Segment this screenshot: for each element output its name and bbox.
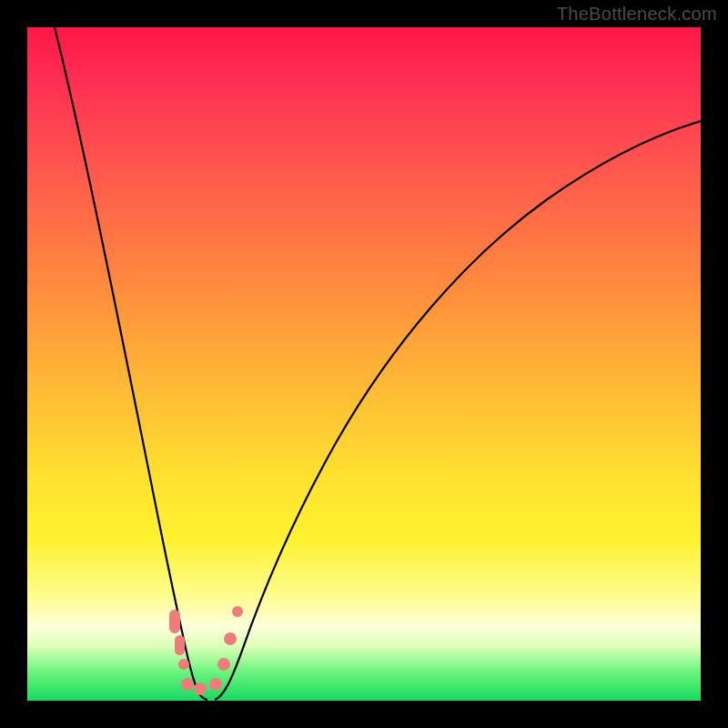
curve-right-branch xyxy=(215,121,701,700)
watermark-text: TheBottleneck.com xyxy=(557,4,717,25)
marker-dot-floor-c xyxy=(209,678,222,691)
marker-dot-right-b xyxy=(224,632,237,645)
curve-layer xyxy=(27,27,701,701)
chart-frame: TheBottleneck.com xyxy=(0,0,728,728)
curve-left-branch xyxy=(55,27,207,700)
marker-dot-right-a xyxy=(217,658,230,671)
marker-dot-right-top xyxy=(232,606,243,617)
marker-dot-left-small xyxy=(178,659,189,670)
marker-pill-left-upper xyxy=(169,610,180,633)
marker-pill-left-lower xyxy=(175,635,185,655)
plot-area xyxy=(27,27,701,701)
marker-dot-floor-a xyxy=(181,678,194,691)
marker-dot-floor-b xyxy=(194,682,207,695)
